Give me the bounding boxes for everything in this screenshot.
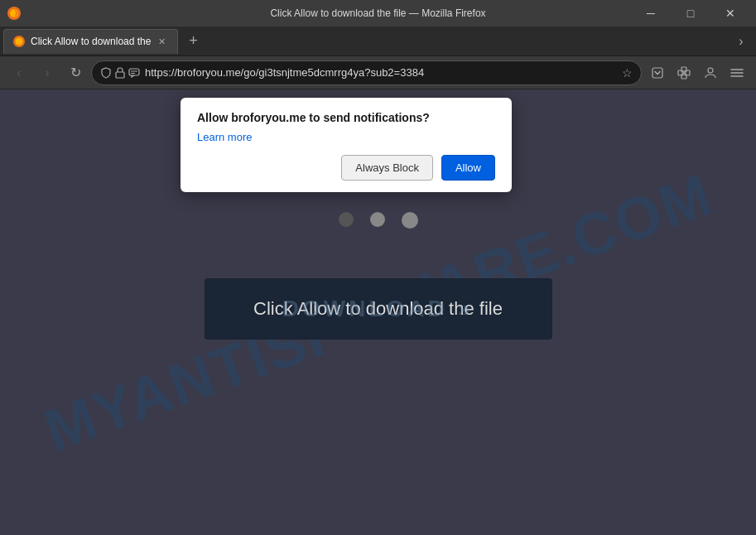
- address-bar[interactable]: ☆: [91, 60, 642, 85]
- firefox-logo: [7, 6, 22, 21]
- menu-button[interactable]: [725, 60, 749, 85]
- url-input[interactable]: [145, 66, 617, 79]
- svg-rect-5: [129, 69, 139, 75]
- notification-popup: Allow broforyou.me to send notifications…: [181, 98, 512, 192]
- shield-icon: [100, 67, 112, 79]
- progress-dots: [339, 212, 418, 229]
- download-button-container: DOWNLOAD » Click Allow to download the f…: [205, 278, 552, 340]
- navigation-bar: ‹ › ↻ ☆: [0, 56, 756, 89]
- new-tab-button[interactable]: +: [181, 30, 205, 53]
- svg-rect-9: [678, 70, 683, 75]
- popup-title: Allow broforyou.me to send notifications…: [197, 111, 495, 124]
- window-title: Click Allow to download the file — Mozil…: [270, 7, 485, 19]
- account-button[interactable]: [698, 60, 723, 85]
- svg-rect-11: [681, 67, 686, 72]
- minimize-button[interactable]: ─: [632, 0, 670, 27]
- tab-favicon: [12, 35, 26, 48]
- security-icons: [100, 67, 140, 79]
- svg-point-13: [708, 68, 713, 73]
- dot-3: [402, 212, 418, 229]
- allow-button[interactable]: Allow: [441, 155, 495, 181]
- window-controls: ─ □ ✕: [632, 0, 749, 27]
- popup-buttons: Always Block Allow: [197, 155, 495, 181]
- svg-rect-4: [116, 72, 124, 78]
- download-overlay-text: DOWNLOAD »: [205, 278, 552, 340]
- notification-icon: [128, 68, 140, 78]
- dot-2: [370, 212, 385, 227]
- tab-bar: Click Allow to download the ✕ + ›: [0, 27, 756, 56]
- extensions-button[interactable]: [672, 60, 696, 85]
- tab-overflow-button[interactable]: ›: [730, 30, 753, 53]
- back-button[interactable]: ‹: [7, 60, 31, 85]
- lock-icon: [115, 67, 125, 79]
- page-content: MYANTISPYWARE.COM File found DOWNLOAD » …: [0, 89, 756, 535]
- svg-rect-8: [652, 68, 662, 78]
- download-button[interactable]: DOWNLOAD » Click Allow to download the f…: [205, 278, 552, 340]
- tab-label: Click Allow to download the: [31, 36, 151, 47]
- tab-close-button[interactable]: ✕: [154, 34, 169, 49]
- traffic-lights: [7, 6, 22, 21]
- svg-point-3: [16, 38, 23, 46]
- forward-button[interactable]: ›: [35, 60, 60, 85]
- pocket-button[interactable]: [645, 60, 670, 85]
- bookmark-button[interactable]: ☆: [622, 66, 633, 80]
- close-button[interactable]: ✕: [711, 0, 749, 27]
- maximize-button[interactable]: □: [672, 0, 710, 27]
- learn-more-link[interactable]: Learn more: [197, 131, 495, 143]
- dot-1: [339, 212, 354, 227]
- browser-tab[interactable]: Click Allow to download the ✕: [3, 29, 178, 54]
- nav-right-buttons: [645, 60, 749, 85]
- svg-rect-12: [681, 74, 686, 79]
- svg-rect-10: [685, 70, 690, 75]
- always-block-button[interactable]: Always Block: [341, 155, 433, 181]
- title-bar: Click Allow to download the file — Mozil…: [0, 0, 756, 27]
- reload-button[interactable]: ↻: [63, 60, 88, 85]
